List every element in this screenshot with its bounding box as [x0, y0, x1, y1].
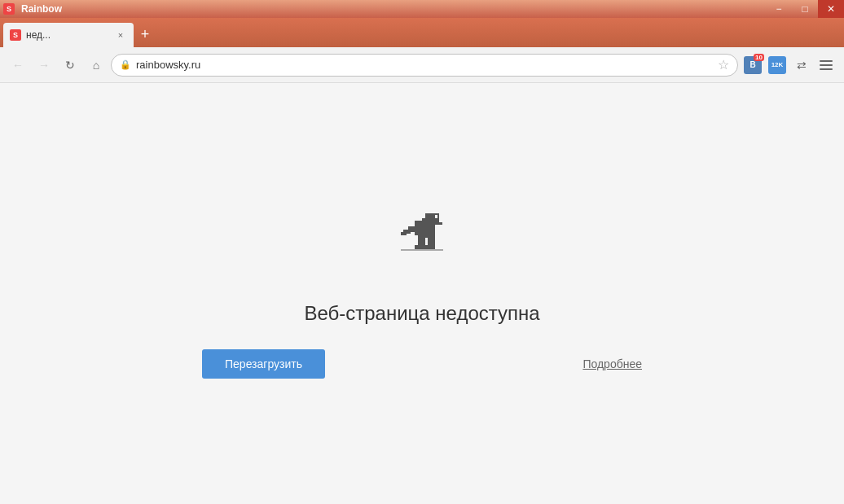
k12-label: 12K [771, 61, 784, 68]
extensions-area: В 10 12K ⇄ [741, 54, 837, 77]
k12-extension-button[interactable]: 12K [766, 54, 789, 77]
svg-rect-3 [437, 221, 442, 225]
tab-close-button[interactable]: × [114, 28, 127, 42]
vk-extension-button[interactable]: В 10 [741, 54, 764, 77]
ext-generic-button[interactable]: ⇄ [790, 54, 813, 77]
app-favicon-letter: S [7, 5, 11, 13]
titlebar-title: Rainbow [21, 3, 62, 15]
maximize-button[interactable]: □ [792, 0, 818, 18]
home-button[interactable]: ⌂ [85, 54, 108, 77]
bookmark-star-icon[interactable]: ☆ [718, 57, 729, 72]
reload-button[interactable]: ↻ [59, 54, 81, 77]
address-lock-icon: 🔒 [120, 59, 131, 70]
svg-rect-11 [428, 234, 435, 246]
titlebar: S Rainbow − □ ✕ [0, 0, 844, 18]
svg-rect-4 [422, 217, 429, 225]
details-link[interactable]: Подробнее [582, 357, 642, 370]
vk-icon: В 10 [744, 56, 762, 74]
hamburger-icon [820, 60, 833, 70]
app-favicon: S [3, 3, 15, 15]
tab-favicon: S [10, 29, 21, 41]
close-button[interactable]: ✕ [818, 0, 844, 18]
svg-rect-12 [415, 244, 424, 248]
dino-container [393, 209, 451, 270]
address-input[interactable] [136, 59, 713, 71]
page-actions: Перезагрузить Подробнее [137, 349, 707, 379]
error-page: Веб-страница недоступна Перезагрузить По… [0, 83, 844, 504]
tab-title: нед... [26, 29, 109, 41]
svg-rect-7 [401, 232, 407, 235]
vk-label: В [749, 60, 755, 69]
ext-generic-icon: ⇄ [793, 56, 811, 74]
vk-badge: 10 [754, 54, 764, 61]
tabbar: S нед... × + [0, 18, 844, 47]
svg-rect-2 [435, 215, 438, 218]
address-bar[interactable]: 🔒 ☆ [111, 54, 738, 77]
tab-favicon-letter: S [13, 31, 18, 39]
forward-button[interactable]: → [33, 54, 55, 77]
svg-rect-14 [401, 249, 444, 251]
svg-rect-10 [418, 234, 425, 246]
dino-icon [393, 209, 451, 266]
new-tab-button[interactable]: + [134, 23, 156, 46]
k12-icon: 12K [768, 56, 786, 74]
minimize-button[interactable]: − [766, 0, 792, 18]
chrome-menu-button[interactable] [815, 54, 837, 77]
titlebar-controls: − □ ✕ [766, 0, 844, 18]
error-heading: Веб-страница недоступна [304, 302, 539, 325]
browser-tab[interactable]: S нед... × [3, 23, 134, 47]
reload-page-button[interactable]: Перезагрузить [202, 349, 325, 379]
back-button[interactable]: ← [7, 54, 29, 77]
svg-rect-13 [425, 244, 435, 248]
navbar: ← → ↻ ⌂ 🔒 ☆ В 10 12K ⇄ [0, 47, 844, 83]
titlebar-left: S Rainbow [3, 3, 766, 15]
